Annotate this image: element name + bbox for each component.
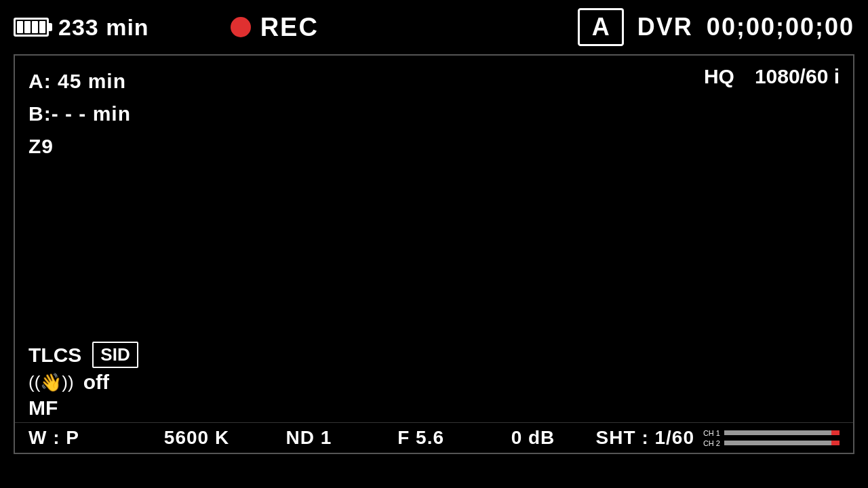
timecode: 00;00;00;00: [707, 13, 854, 41]
tlcs-row: TLCS SID: [15, 342, 853, 368]
info-top-right: HQ 1080/60 i: [704, 65, 840, 88]
viewport: A: 45 min B:- - - min Z9 HQ 1080/60 i TL…: [14, 54, 854, 454]
stabilizer-status: off: [83, 371, 109, 394]
quality-label: HQ: [704, 65, 734, 88]
battery-bar-4: [39, 21, 45, 33]
battery-container: 233 min: [14, 14, 149, 41]
info-top-left: A: 45 min B:- - - min Z9: [28, 65, 131, 163]
battery-bar-2: [24, 21, 31, 33]
mode-label: A: [592, 13, 610, 41]
stabilizer-icon: ((👋)): [28, 372, 74, 393]
mf-row: MF: [15, 396, 853, 420]
ch2-meter: [724, 441, 840, 445]
mode-box: A: [578, 8, 624, 46]
white-balance-value: W : P: [28, 427, 79, 449]
aperture-value: F 5.6: [397, 427, 444, 449]
camera-model: Z9: [28, 130, 131, 163]
audio-meters-container: CH 1 CH 2: [701, 429, 840, 447]
gain-item: 0 dB: [477, 427, 589, 449]
ch2-label: CH 2: [701, 439, 720, 447]
ch2-peak: [835, 441, 840, 445]
battery-icon: [14, 18, 49, 37]
info-bottom: TLCS SID ((👋)) off MF W : P 5600 K ND 1: [15, 342, 853, 453]
rec-indicator: [231, 17, 251, 37]
dvr-label: DVR: [637, 13, 693, 41]
slot-a-info: A: 45 min: [28, 65, 131, 98]
audio-ch1: CH 1: [701, 429, 840, 437]
settings-row: W : P 5600 K ND 1 F 5.6 0 dB SHT : 1/60: [15, 422, 853, 453]
resolution-label: 1080/60 i: [755, 65, 840, 88]
color-temp-item: 5600 K: [140, 427, 252, 449]
nd-filter-item: ND 1: [253, 427, 365, 449]
tlcs-label: TLCS: [28, 344, 81, 367]
ch1-peak: [835, 430, 840, 435]
sid-label: SID: [100, 344, 130, 365]
nd-filter-value: ND 1: [285, 427, 332, 449]
shutter-item: SHT : 1/60: [589, 427, 701, 449]
top-bar: 233 min REC A DVR 00;00;00;00: [0, 0, 868, 54]
shutter-value: SHT : 1/60: [596, 427, 694, 449]
slot-b-info: B:- - - min: [28, 98, 131, 130]
battery-bar-3: [32, 21, 38, 33]
audio-ch2: CH 2: [701, 439, 840, 447]
battery-bar-1: [17, 21, 23, 33]
stabilizer-row: ((👋)) off: [15, 371, 853, 394]
aperture-item: F 5.6: [365, 427, 477, 449]
gain-value: 0 dB: [511, 427, 555, 449]
sid-box: SID: [92, 342, 138, 368]
rec-container: REC: [231, 13, 319, 42]
battery-time: 233 min: [58, 14, 149, 41]
ch1-meter: [724, 430, 840, 435]
color-temp-value: 5600 K: [164, 427, 229, 449]
ch1-label: CH 1: [701, 429, 720, 437]
white-balance-item: W : P: [28, 427, 140, 449]
rec-label: REC: [260, 13, 319, 42]
right-header: A DVR 00;00;00;00: [578, 8, 854, 46]
mf-label: MF: [28, 396, 58, 419]
